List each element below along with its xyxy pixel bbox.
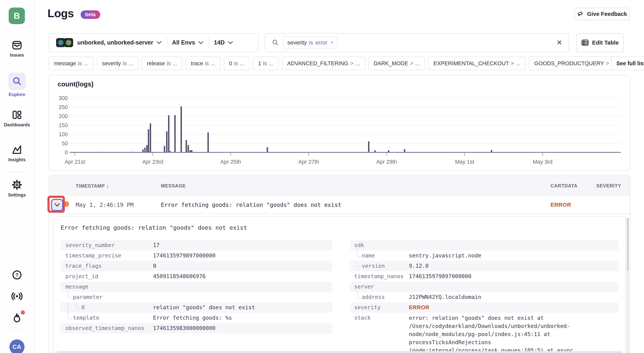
chevron-down-icon [198, 41, 204, 44]
give-feedback-button[interactable]: Give Feedback [574, 8, 630, 20]
period-selector[interactable]: 14D [214, 39, 224, 46]
sidebar-item-label: Insights [0, 157, 34, 162]
sidebar-item-label: Settings [0, 192, 34, 198]
environment-selector[interactable]: All Envs [172, 39, 195, 46]
gear-icon [0, 179, 34, 190]
log-detail-panel: Error fetching goods: relation "goods" d… [53, 216, 626, 353]
chevron-down-icon [228, 41, 233, 44]
attribute-key: stack [354, 313, 370, 323]
sidebar: B Issues Explore Dashboards [0, 0, 34, 353]
quick-filter-chip[interactable]: 1is... [253, 57, 279, 70]
log-timestamp: May 1, 2:46:19 PM [76, 196, 134, 214]
attribute-key: timestamp_nanos [354, 271, 404, 281]
edit-table-label: Edit Table [592, 40, 618, 46]
node-platform-icon [64, 38, 73, 47]
chip-remove-icon[interactable]: × [330, 40, 333, 46]
svg-text:Apr 23rd: Apr 23rd [142, 159, 163, 165]
svg-text:May 1st: May 1st [455, 159, 474, 165]
explore-active-tile [8, 73, 26, 90]
sidebar-item-settings[interactable]: Settings [0, 179, 34, 198]
attribute-value: 17 [153, 240, 160, 250]
org-logo[interactable]: B [9, 8, 25, 24]
svg-text:300: 300 [59, 95, 68, 101]
project-env-period-selector: unborked, unborked-server All Envs 14D [48, 33, 258, 52]
user-avatar[interactable]: CA [10, 339, 24, 353]
project-icons [56, 38, 73, 47]
detail-attribute-row: stackerror: relation "goods" does not ex… [350, 313, 618, 353]
sidebar-item-insights[interactable]: Insights [0, 144, 34, 162]
log-severity-badge: ERROR [550, 196, 571, 214]
help-button[interactable]: ? [0, 269, 34, 281]
expand-row-button[interactable] [51, 199, 63, 211]
detail-attribute-row: namesentry.javascript.node [350, 250, 618, 261]
annotation-orange-dot [64, 201, 69, 207]
search-input[interactable]: severity is error × ✕ [265, 33, 569, 52]
sidebar-item-issues[interactable]: Issues [0, 40, 34, 58]
detail-attribute-row: server [350, 281, 618, 292]
column-header-cartdata[interactable]: CARTDATA [550, 176, 578, 196]
attribute-value: sentry.javascript.node [409, 250, 481, 261]
sidebar-item-dashboards[interactable]: Dashboards [0, 109, 34, 128]
attribute-key: version [362, 261, 385, 271]
tree-connector [68, 313, 72, 319]
tree-connector [357, 292, 361, 298]
attribute-key: server [354, 281, 374, 292]
quick-filter-chip[interactable]: messageis... [48, 57, 94, 70]
quick-filter-chip[interactable]: 0is... [224, 57, 250, 70]
edit-table-button[interactable]: Edit Table [576, 33, 624, 52]
quick-filter-chip[interactable]: DARK_MODE>... [368, 57, 425, 70]
log-message: Error fetching goods: relation "goods" d… [161, 196, 341, 214]
avatar-initials: CA [12, 343, 22, 350]
bar-chart: 050100150200250300Apr 21stApr 23rdApr 25… [49, 75, 630, 170]
project-selector[interactable]: unborked, unborked-server [77, 39, 153, 46]
quick-filters-row: messageis...severityis...releaseis...tra… [48, 57, 621, 70]
svg-text:150: 150 [59, 122, 68, 128]
megaphone-icon [577, 10, 584, 18]
detail-attribute-row: 0relation "goods" does not exist [60, 302, 332, 313]
column-header-severity[interactable]: SEVERITY [596, 176, 621, 196]
svg-text:Apr 29th: Apr 29th [376, 159, 397, 165]
column-header-message[interactable]: MESSAGE [161, 176, 186, 196]
whats-new-button[interactable] [0, 312, 34, 324]
quick-filter-chip[interactable]: ADVANCED_FILTERING>... [282, 57, 365, 70]
chip-key: severity [287, 40, 307, 46]
attribute-key: trace_flags [66, 261, 102, 271]
column-header-timestamp[interactable]: TIMESTAMP ↓ [76, 176, 109, 196]
sidebar-item-label: Dashboards [0, 122, 34, 128]
attribute-value: error: relation "goods" does not exist a… [409, 314, 573, 353]
attribute-key: sdk [354, 240, 364, 250]
sidebar-item-explore[interactable]: Explore [0, 73, 34, 97]
log-row[interactable]: May 1, 2:46:19 PM Error fetching goods: … [49, 196, 630, 214]
attribute-value: J12PWN42YQ.localdomain [409, 292, 481, 302]
attribute-key: severity [354, 302, 380, 313]
broadcast-button[interactable] [0, 290, 34, 302]
svg-text:200: 200 [59, 113, 68, 119]
search-icon [272, 39, 279, 46]
detail-attribute-row: message [60, 281, 332, 292]
svg-text:Apr 21st: Apr 21st [65, 159, 85, 165]
quick-filter-chip[interactable]: EXPERIMENTAL_CHECKOUT>... [428, 57, 526, 70]
quick-filter-chip[interactable]: traceis... [186, 57, 221, 70]
quick-filter-chip[interactable]: severityis... [97, 57, 138, 70]
notification-dot [21, 310, 25, 314]
svg-text:Apr 25th: Apr 25th [220, 159, 241, 165]
svg-text:May 3rd: May 3rd [533, 159, 552, 165]
tree-connector [76, 302, 81, 309]
table-icon [581, 39, 589, 47]
search-filter-chip[interactable]: severity is error × [283, 36, 338, 49]
quick-filter-chip[interactable]: releaseis... [142, 57, 182, 70]
see-full-list-button[interactable]: See full list [611, 57, 644, 70]
sidebar-divider [6, 329, 28, 329]
attribute-key: project_id [66, 271, 98, 281]
detail-attributes-right: sdknamesentry.javascript.nodeversion9.12… [350, 240, 618, 353]
logs-count-chart: count(logs) 050100150200250300Apr 21stAp… [48, 75, 630, 171]
search-clear-icon[interactable]: ✕ [556, 34, 562, 52]
detail-attribute-row: timestamp_precise1746135979897000000 [60, 250, 332, 261]
selector-divider [167, 37, 167, 48]
attribute-value: 9.12.0 [409, 261, 429, 271]
quick-filter-chip[interactable]: GOODS_PRODUCTQUERY>... [529, 57, 621, 70]
svg-text:Apr 27th: Apr 27th [298, 159, 319, 165]
horizontal-scrollbar[interactable] [57, 351, 622, 353]
org-logo-letter: B [14, 11, 20, 21]
vertical-scrollbar[interactable] [627, 218, 629, 353]
